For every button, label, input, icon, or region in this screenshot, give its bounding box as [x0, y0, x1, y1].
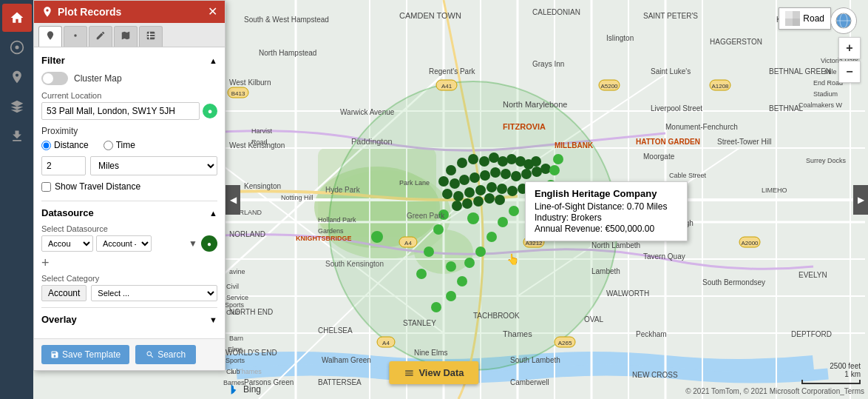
svg-point-71 [431, 302, 441, 312]
sidebar-item-map[interactable] [2, 33, 32, 61]
svg-text:Stadium: Stadium [813, 90, 838, 98]
zoom-in-button[interactable]: + [838, 37, 861, 59]
nav-arrow-left[interactable]: ◀ [226, 185, 240, 215]
tooltip-industry: Industry: Brokers [535, 212, 678, 223]
sidebar-item-layers[interactable] [2, 93, 32, 121]
svg-point-43 [459, 175, 469, 185]
view-data-label: View Data [418, 367, 464, 378]
filter-label: Filter [41, 55, 65, 66]
svg-text:MILLBANK: MILLBANK [555, 141, 594, 150]
tab-table[interactable] [139, 26, 163, 47]
svg-text:OVAL: OVAL [584, 315, 603, 323]
location-pin-icon[interactable]: ● [203, 104, 217, 118]
svg-text:Park Lane: Park Lane [399, 179, 430, 187]
svg-point-62 [473, 196, 484, 207]
svg-point-51 [540, 164, 551, 174]
panel-header: Plot Records ✕ [34, 1, 225, 23]
tab-location[interactable] [64, 26, 87, 47]
zoom-out-button[interactable]: − [838, 61, 861, 83]
nav-arrow-right[interactable]: ▶ [853, 185, 868, 215]
datasource-section-header[interactable]: Datasource ▲ [41, 207, 217, 218]
tooltip-title: English Heritage Company [535, 188, 678, 199]
svg-point-63 [484, 193, 495, 204]
time-radio[interactable]: Time [104, 140, 135, 150]
svg-text:A4: A4 [404, 240, 412, 247]
svg-text:Cable Street: Cable Street [669, 172, 707, 179]
svg-text:Nine Elms: Nine Elms [414, 349, 448, 357]
svg-point-35 [489, 152, 499, 163]
location-input[interactable] [41, 102, 200, 120]
panel-close-button[interactable]: ✕ [208, 6, 217, 18]
datasource-filter-icon[interactable]: ▼ [186, 237, 200, 250]
globe-button[interactable] [830, 7, 857, 34]
datasource-icons: ▼ ● [186, 235, 217, 252]
scale-bar: 2500 feet 1 km [801, 362, 861, 384]
view-data-button[interactable]: View Data [389, 361, 478, 384]
action-buttons: Save Template Search [34, 338, 225, 370]
panel-pin-icon [41, 6, 53, 18]
tab-pin[interactable] [38, 26, 62, 47]
sidebar-item-pin[interactable] [2, 63, 32, 91]
scale-line [801, 380, 861, 384]
svg-text:A265: A265 [558, 340, 572, 346]
svg-point-34 [479, 156, 489, 167]
svg-text:A4: A4 [382, 340, 390, 346]
cluster-map-toggle[interactable] [41, 72, 68, 85]
svg-text:Peckham: Peckham [636, 330, 667, 338]
svg-text:Elms: Elms [228, 346, 243, 353]
svg-point-32 [457, 158, 467, 168]
svg-text:A5200: A5200 [600, 83, 618, 90]
svg-rect-193 [793, 19, 800, 26]
globe-icon [835, 12, 852, 30]
svg-point-58 [507, 186, 518, 196]
svg-text:South Lambeth: South Lambeth [510, 356, 560, 364]
svg-point-83 [553, 154, 563, 164]
category-value: Account [41, 285, 87, 301]
overlay-label: Overlay [41, 314, 77, 325]
svg-text:Club: Club [226, 309, 240, 316]
scale-label-1: 2500 feet [830, 362, 861, 370]
svg-text:Liverpool Street: Liverpool Street [651, 104, 702, 113]
svg-point-64 [495, 195, 505, 205]
distance-radio[interactable]: Distance [41, 140, 89, 150]
distance-input[interactable] [41, 156, 86, 175]
datasource-select-1[interactable]: Accou [41, 235, 93, 252]
svg-text:Surrey Docks: Surrey Docks [806, 157, 847, 164]
road-type-label: Road [803, 13, 824, 24]
sidebar-item-home[interactable] [2, 4, 32, 32]
svg-text:South Kensington: South Kensington [325, 260, 384, 268]
svg-text:Saint Luke's: Saint Luke's [651, 67, 691, 76]
road-type-button[interactable]: Road [779, 7, 831, 30]
svg-point-79 [509, 206, 519, 216]
add-datasource-button[interactable]: + [41, 256, 50, 269]
svg-point-55 [475, 185, 486, 195]
svg-point-184 [15, 46, 18, 50]
svg-text:West Kilburn: West Kilburn [229, 78, 271, 87]
unit-select[interactable]: Miles Km [90, 156, 217, 175]
tab-map[interactable] [114, 26, 138, 47]
svg-point-73 [457, 276, 467, 286]
svg-point-65 [371, 231, 383, 243]
svg-point-42 [450, 178, 460, 189]
overlay-section-header[interactable]: Overlay ▼ [41, 314, 217, 325]
svg-text:Sports: Sports [225, 301, 245, 309]
svg-text:DEPTFORD: DEPTFORD [791, 330, 832, 338]
sidebar-item-download[interactable] [2, 122, 32, 150]
datasource-select-2[interactable]: Account - [96, 235, 152, 252]
svg-rect-186 [147, 32, 155, 40]
svg-text:Walham Green: Walham Green [322, 356, 371, 364]
svg-point-61 [462, 198, 472, 209]
travel-distance-checkbox[interactable] [41, 182, 51, 192]
svg-point-67 [424, 247, 434, 257]
search-button[interactable]: Search [135, 345, 196, 364]
svg-text:KNIGHTSBRIDGE: KNIGHTSBRIDGE [296, 235, 352, 242]
save-template-button[interactable]: Save Template [41, 345, 129, 364]
svg-point-75 [464, 258, 475, 268]
svg-text:Grays Inn: Grays Inn [532, 60, 564, 68]
save-icon [50, 350, 59, 359]
svg-text:Club: Club [226, 368, 240, 375]
svg-text:Warwick Avenue: Warwick Avenue [340, 108, 395, 116]
category-select[interactable]: Select ... [91, 285, 217, 301]
tab-edit[interactable] [89, 26, 112, 47]
filter-section-header[interactable]: Filter ▲ [41, 55, 217, 66]
